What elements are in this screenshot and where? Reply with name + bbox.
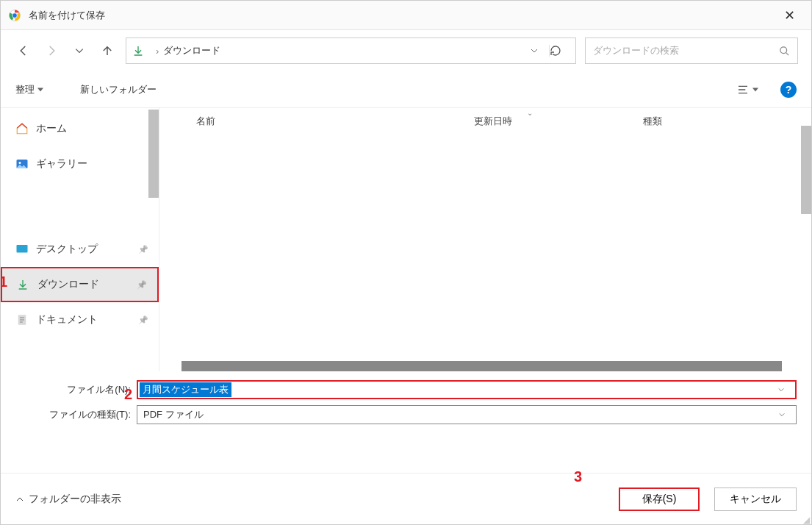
filename-row: ファイル名(N): 月間スケジュール表 — [1, 377, 797, 402]
annotation-1: 1 — [0, 274, 7, 290]
save-fields: ファイル名(N): 月間スケジュール表 ファイルの種類(T): PDF ファイル — [1, 371, 811, 433]
filetype-row: ファイルの種類(T): PDF ファイル — [1, 402, 797, 427]
sidebar-item-gallery[interactable]: ギャラリー — [1, 146, 159, 182]
filename-label: ファイル名(N): — [1, 383, 137, 396]
titlebar: 名前を付けて保存 ✕ — [1, 1, 811, 30]
download-icon — [132, 45, 145, 57]
filename-dropdown-icon[interactable] — [777, 386, 795, 393]
filetype-label: ファイルの種類(T): — [1, 408, 137, 421]
filename-value: 月間スケジュール表 — [140, 382, 231, 397]
desktop-icon — [15, 243, 30, 256]
horizontal-scrollbar[interactable] — [182, 361, 782, 371]
filetype-value: PDF ファイル — [137, 408, 778, 421]
new-folder-button[interactable]: 新しいフォルダー — [80, 83, 157, 96]
sidebar-item-label: ドキュメント — [36, 313, 98, 326]
svg-point-5 — [19, 162, 21, 164]
refresh-button[interactable] — [549, 45, 570, 57]
filelist-scrollbar[interactable] — [801, 126, 811, 214]
nav-row: › ダウンロード ダウンロードの検索 — [1, 30, 811, 71]
hide-folders-toggle[interactable]: フォルダーの非表示 — [15, 493, 121, 506]
address-bar[interactable]: › ダウンロード — [126, 38, 576, 64]
home-icon — [15, 122, 30, 135]
document-icon — [15, 313, 30, 326]
filetype-select[interactable]: PDF ファイル — [137, 405, 797, 424]
forward-button[interactable] — [42, 41, 61, 60]
breadcrumb-segment[interactable]: ダウンロード — [163, 44, 530, 57]
filetype-dropdown-icon[interactable] — [778, 411, 796, 418]
close-button[interactable]: ✕ — [775, 7, 804, 24]
svg-point-3 — [780, 46, 787, 53]
sidebar-item-label: ホーム — [36, 122, 67, 135]
sidebar-item-label: デスクトップ — [36, 243, 98, 256]
annotation-2: 2 — [124, 386, 132, 403]
search-icon — [779, 46, 790, 57]
up-button[interactable] — [98, 41, 117, 60]
chrome-icon — [8, 9, 21, 22]
column-date[interactable]: 更新日時 ⌄ — [468, 115, 637, 128]
footer: フォルダーの非表示 保存(S) キャンセル — [1, 473, 811, 524]
sidebar-item-documents[interactable]: ドキュメント — [1, 302, 159, 338]
search-box[interactable]: ダウンロードの検索 — [585, 38, 798, 64]
sort-indicator-icon: ⌄ — [527, 109, 533, 117]
organize-button[interactable]: 整理 — [15, 83, 43, 96]
help-button[interactable]: ? — [780, 82, 797, 98]
gallery-icon — [15, 157, 30, 171]
file-list: 名前 更新日時 ⌄ 種類 — [159, 108, 811, 371]
sidebar-item-label: ギャラリー — [36, 157, 87, 171]
view-options-button[interactable] — [736, 84, 758, 96]
sidebar-item-home[interactable]: ホーム — [1, 111, 159, 146]
cancel-button[interactable]: キャンセル — [714, 488, 797, 511]
recent-dropdown-button[interactable] — [70, 41, 89, 60]
save-button[interactable]: 保存(S) — [619, 488, 700, 511]
resize-grip[interactable]: ◢ — [803, 517, 810, 523]
window-title: 名前を付けて保存 — [29, 9, 775, 22]
svg-point-2 — [12, 12, 18, 18]
breadcrumb-separator: › — [156, 46, 159, 57]
annotation-3: 3 — [574, 468, 582, 485]
toolbar: 整理 新しいフォルダー ? — [1, 71, 811, 108]
column-name[interactable]: 名前 — [159, 115, 468, 128]
back-button[interactable] — [14, 41, 33, 60]
download-icon — [17, 279, 32, 290]
svg-rect-6 — [17, 245, 28, 253]
filename-input[interactable]: 月間スケジュール表 — [137, 380, 797, 399]
sidebar-item-label: ダウンロード — [37, 278, 99, 291]
column-type[interactable]: 種類 — [637, 115, 811, 128]
address-dropdown[interactable] — [530, 46, 545, 55]
sidebar: ホーム ギャラリー 1 デスクトップ ダウンロード — [1, 108, 159, 371]
main-area: ホーム ギャラリー 1 デスクトップ ダウンロード — [1, 108, 811, 371]
sidebar-item-desktop[interactable]: デスクトップ — [1, 232, 159, 267]
column-headers: 名前 更新日時 ⌄ 種類 — [159, 108, 811, 135]
search-placeholder: ダウンロードの検索 — [593, 44, 779, 57]
sidebar-item-downloads[interactable]: ダウンロード — [1, 267, 159, 302]
file-list-body[interactable] — [159, 135, 811, 355]
